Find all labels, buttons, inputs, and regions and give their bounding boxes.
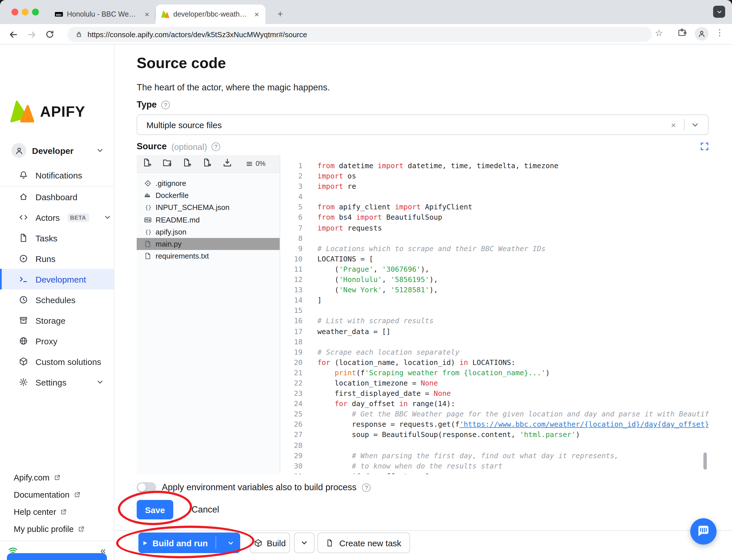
file-row-requirements[interactable]: requirements.txt xyxy=(137,250,280,262)
tab-search-button[interactable] xyxy=(713,6,725,18)
close-window-button[interactable] xyxy=(11,9,18,15)
new-tab-button[interactable]: + xyxy=(273,7,287,21)
apify-logo[interactable]: APIFY xyxy=(10,101,85,122)
help-icon[interactable]: ? xyxy=(212,142,220,151)
sidebar-item-dashboard[interactable]: Dashboard xyxy=(0,186,114,207)
import-file-button[interactable] xyxy=(203,158,212,170)
url-bar[interactable]: https://console.apify.com/actors/dev/k5t… xyxy=(68,27,652,42)
back-button[interactable] xyxy=(7,28,19,41)
optional-label: (optional) xyxy=(171,142,207,151)
browser-profile-avatar[interactable] xyxy=(695,27,709,41)
tab-close-icon[interactable]: × xyxy=(143,10,151,19)
file-row-readme[interactable]: README.md xyxy=(137,214,280,226)
cancel-button[interactable]: Cancel xyxy=(183,500,229,519)
code-text: soup = BeautifulSoup(response.content, '… xyxy=(318,430,580,440)
page-subtitle: The heart of the actor, where the magic … xyxy=(137,82,330,93)
minimize-window-button[interactable] xyxy=(22,9,29,15)
code-editor[interactable]: 1from datetime import datetime, time, ti… xyxy=(280,155,709,474)
code-token: bs4 xyxy=(335,213,356,222)
file-row-dockerfile[interactable]: Dockerfile xyxy=(137,189,280,201)
button-label: Build and run xyxy=(152,538,208,548)
file-row-main-py[interactable]: main.py xyxy=(137,238,280,250)
code-text: from bs4 import BeautifulSoup xyxy=(318,213,442,223)
help-icon[interactable]: ? xyxy=(161,100,170,109)
code-text: # When parsing the first day, find out w… xyxy=(318,450,619,461)
build-dropdown-button[interactable] xyxy=(294,533,315,553)
file-row-apify-json[interactable]: {} apify.json xyxy=(137,226,280,238)
code-token: import xyxy=(356,213,382,222)
build-and-run-button[interactable]: Build and run xyxy=(138,533,240,553)
build-and-run-dropdown[interactable] xyxy=(221,533,240,553)
chevron-down-icon[interactable] xyxy=(691,121,699,128)
code-token: # Locations which to scrape and their BB… xyxy=(318,244,545,253)
sidebar-item-proxy[interactable]: Proxy xyxy=(0,331,114,351)
link-documentation[interactable]: Documentation xyxy=(0,486,114,503)
tab-apify-console[interactable]: developer/bbc-weather-scrape × xyxy=(156,5,265,24)
sidebar-item-development[interactable]: Development xyxy=(0,269,114,289)
file-row-input-schema[interactable]: {} INPUT_SCHEMA.json xyxy=(137,202,280,214)
code-line: 22 location_timezone = None xyxy=(280,378,709,388)
sidebar-item-label: Custom solutions xyxy=(35,357,104,366)
code-token: import xyxy=(318,223,343,232)
code-line: 17weather_data = [] xyxy=(280,326,709,337)
build-button[interactable]: Build xyxy=(250,533,290,553)
code-token: # When parsing the first day, find out w… xyxy=(352,451,618,460)
link-help-center[interactable]: Help center xyxy=(0,503,114,521)
save-button[interactable]: Save xyxy=(137,500,173,519)
line-number: 9 xyxy=(280,244,303,254)
sidebar-item-runs[interactable]: Runs xyxy=(0,248,114,269)
code-token: in xyxy=(459,358,468,367)
play-circle-icon xyxy=(19,254,28,263)
code-token xyxy=(318,461,352,470)
code-line: 15 xyxy=(280,306,709,316)
line-number: 8 xyxy=(280,233,303,243)
tab-bbc-weather[interactable]: BBC Honolulu - BBC Weather × xyxy=(49,5,156,24)
fullscreen-expand-icon[interactable] xyxy=(700,142,709,151)
sidebar-item-actors[interactable]: Actors BETA xyxy=(0,207,114,228)
json-file-icon: {} xyxy=(144,204,152,211)
tab-close-icon[interactable]: × xyxy=(253,10,261,19)
sidebar-item-notifications[interactable]: Notifications xyxy=(0,165,114,185)
sidebar-item-schedules[interactable]: Schedules xyxy=(0,289,114,310)
download-button[interactable] xyxy=(223,158,232,170)
sidebar-item-settings[interactable]: Settings xyxy=(0,372,114,392)
sidebar-item-custom-solutions[interactable]: Custom solutions xyxy=(0,351,114,372)
help-icon[interactable]: ? xyxy=(362,483,371,492)
code-token: for xyxy=(335,399,348,408)
bookmark-star-icon[interactable]: ☆ xyxy=(655,27,663,38)
new-file-button[interactable] xyxy=(142,158,152,170)
code-line: 10LOCATIONS = [ xyxy=(280,254,709,264)
link-my-public-profile[interactable]: My public profile xyxy=(0,521,114,538)
clear-selection-icon[interactable]: × xyxy=(671,120,676,130)
puzzle-icon xyxy=(677,27,687,37)
link-apify-com[interactable]: Apify.com xyxy=(0,469,114,486)
code-token: , xyxy=(373,265,382,273)
forward-button[interactable] xyxy=(25,28,38,41)
env-variables-toggle[interactable] xyxy=(137,482,156,493)
source-type-select[interactable]: Multiple source files × xyxy=(137,114,709,135)
chat-widget-button[interactable] xyxy=(690,518,717,545)
url-text: https://console.apify.com/actors/dev/k5t… xyxy=(88,30,307,39)
upload-file-button[interactable] xyxy=(183,158,192,170)
code-token: from xyxy=(318,161,335,170)
reload-button[interactable] xyxy=(43,28,56,41)
line-number: 11 xyxy=(280,264,303,275)
code-token: day_offset xyxy=(348,399,399,408)
zoom-control[interactable]: 0% xyxy=(246,160,266,168)
collapse-sidebar-icon[interactable]: « xyxy=(100,545,106,556)
line-number: 21 xyxy=(280,368,303,378)
editor-scrollbar-thumb[interactable] xyxy=(703,452,707,470)
browser-menu-kebab-icon[interactable]: ⋮ xyxy=(715,27,724,38)
extensions-puzzle-icon[interactable] xyxy=(677,27,687,39)
sidebar-item-tasks[interactable]: Tasks xyxy=(0,228,114,248)
zoom-window-button[interactable] xyxy=(32,9,39,15)
code-token: ( xyxy=(318,275,339,284)
sidebar-item-storage[interactable]: Storage xyxy=(0,310,114,331)
new-folder-button[interactable] xyxy=(162,158,172,170)
account-switcher[interactable]: Developer xyxy=(0,140,114,161)
source-editor: 0% .gitignore Dockerfile {} xyxy=(137,155,709,474)
line-number: 19 xyxy=(280,347,303,357)
line-number: 2 xyxy=(280,171,303,181)
file-row-gitignore[interactable]: .gitignore xyxy=(137,177,280,189)
create-new-task-button[interactable]: Create new task xyxy=(318,533,410,553)
